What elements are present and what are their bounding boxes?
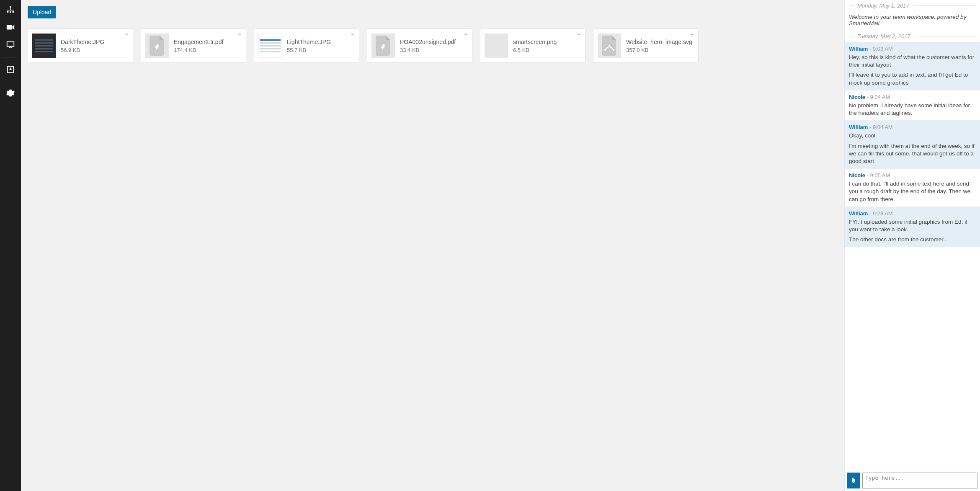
- file-card-menu[interactable]: [576, 31, 582, 39]
- video-icon[interactable]: [0, 19, 21, 35]
- file-thumbnail: [598, 34, 621, 58]
- svg-rect-5: [8, 10, 13, 10]
- file-size: 33.4 KB: [400, 47, 456, 53]
- file-card[interactable]: smartscreen.png6.5 KB: [480, 28, 585, 63]
- file-thumbnail: [258, 34, 282, 58]
- file-card[interactable]: POA002unsigned.pdf33.4 KB: [367, 28, 472, 63]
- attach-button[interactable]: [847, 473, 860, 488]
- svg-point-8: [604, 49, 606, 51]
- file-thumbnail: [485, 34, 508, 58]
- file-thumbnail: [145, 34, 169, 58]
- file-name: smartscreen.png: [513, 39, 557, 45]
- chat-message: Nicole - 9:05 AMI can do that. I'll add …: [845, 168, 980, 207]
- file-card-menu[interactable]: [350, 31, 356, 39]
- chat-message-line: I'll leave it to you to add in text, and…: [849, 71, 976, 86]
- chat-message-line: Hey, so this is kind of what the custome…: [849, 54, 976, 69]
- file-size: 357.0 KB: [626, 47, 692, 53]
- message-input[interactable]: [862, 473, 977, 488]
- file-card-menu[interactable]: [463, 31, 469, 39]
- chat-message-line: No problem. I already have some initial …: [849, 102, 976, 117]
- chat-timestamp: - 9:03 AM: [868, 46, 892, 52]
- monitor-icon[interactable]: [0, 37, 21, 53]
- file-card[interactable]: EngagementLtr.pdf174.4 KB: [141, 28, 246, 63]
- welcome-message: Welcome to your team workspace, powered …: [845, 11, 980, 31]
- connections-icon[interactable]: [0, 2, 21, 18]
- chat-message: William - 9:03 AMHey, so this is kind of…: [845, 42, 980, 90]
- chat-message-line: The other docs are from the customer...: [849, 236, 976, 243]
- date-separator: Monday, May 1, 2017: [845, 0, 980, 11]
- svg-rect-4: [10, 8, 10, 10]
- file-name: DarkTheme.JPG: [61, 39, 104, 45]
- chat-scroll[interactable]: Monday, May 1, 2017 Welcome to your team…: [845, 0, 980, 470]
- files-panel: Upload DarkTheme.JPG56.9 KBEngagementLtr…: [21, 0, 844, 491]
- nav-rail: [0, 0, 21, 491]
- upload-button[interactable]: Upload: [28, 6, 56, 18]
- compose-bar: [845, 470, 980, 491]
- svg-point-2: [10, 11, 11, 13]
- file-card-menu[interactable]: [237, 31, 242, 39]
- chat-message-line: Okay, cool: [849, 132, 976, 140]
- file-card-menu[interactable]: [124, 31, 129, 39]
- chat-message: Nicole - 9:04 AMNo problem. I already ha…: [845, 90, 980, 120]
- file-thumbnail: [371, 34, 395, 58]
- chat-author: William: [849, 124, 868, 130]
- chat-message: William - 9:28 AMFYI: I uploaded some in…: [845, 207, 980, 247]
- svg-point-9: [613, 49, 614, 51]
- settings-icon[interactable]: [0, 85, 21, 101]
- svg-point-10: [609, 45, 610, 47]
- chat-panel: Monday, May 1, 2017 Welcome to your team…: [844, 0, 980, 491]
- date-separator: Tuesday, May 2, 2017: [845, 31, 980, 42]
- file-name: EngagementLtr.pdf: [174, 39, 223, 45]
- chat-message-line: FYI: I uploaded some initial graphics fr…: [849, 218, 976, 233]
- file-size: 56.9 KB: [61, 47, 104, 53]
- file-name: LightTheme.JPG: [287, 39, 331, 45]
- file-size: 174.4 KB: [174, 47, 223, 53]
- file-grid: DarkTheme.JPG56.9 KBEngagementLtr.pdf174…: [28, 28, 838, 63]
- chat-author: Nicole: [849, 172, 865, 178]
- chat-message: William - 9:04 AMOkay, coolI'm meeting w…: [845, 120, 980, 168]
- file-size: 6.5 KB: [513, 47, 557, 53]
- rail-divider: [4, 57, 17, 57]
- chat-message-line: I can do that. I'll add in some text her…: [849, 180, 976, 203]
- chat-timestamp: - 9:04 AM: [865, 94, 890, 100]
- file-name: Website_hero_image.svg: [626, 39, 692, 45]
- file-name: POA002unsigned.pdf: [400, 39, 456, 45]
- chat-timestamp: - 9:04 AM: [868, 124, 892, 130]
- chat-author: Nicole: [849, 94, 865, 100]
- file-size: 55.7 KB: [287, 47, 331, 53]
- date-label: Monday, May 1, 2017: [857, 3, 909, 9]
- svg-rect-7: [13, 10, 13, 12]
- file-card[interactable]: Website_hero_image.svg357.0 KB: [593, 28, 699, 63]
- chat-timestamp: - 9:05 AM: [865, 172, 890, 178]
- file-thumbnail: [32, 34, 56, 58]
- chat-message-line: I'm meeting with them at the end of the …: [849, 142, 976, 165]
- file-card[interactable]: LightTheme.JPG55.7 KB: [254, 28, 359, 63]
- file-card-menu[interactable]: [689, 31, 695, 39]
- chat-author: William: [849, 46, 868, 52]
- inbox-download-icon[interactable]: [0, 62, 21, 78]
- chat-author: William: [849, 210, 868, 217]
- file-card[interactable]: DarkTheme.JPG56.9 KB: [28, 28, 133, 63]
- date-label: Tuesday, May 2, 2017: [857, 33, 910, 39]
- svg-rect-6: [8, 10, 8, 12]
- chat-timestamp: - 9:28 AM: [868, 210, 892, 217]
